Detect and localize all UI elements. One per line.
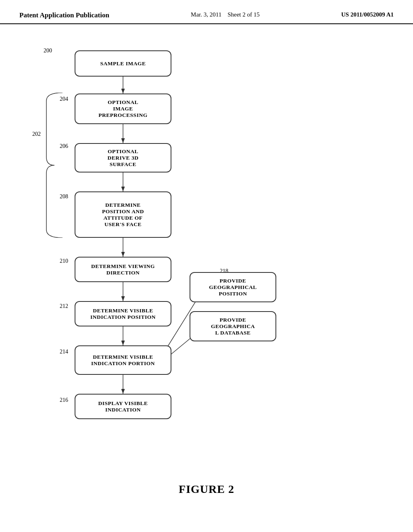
determine-visible-portion-box: DETERMINE VISIBLE INDICATION PORTION: [75, 345, 171, 375]
ref-216: 216: [60, 397, 68, 403]
display-visible-box: DISPLAY VISIBLE INDICATION: [75, 394, 171, 419]
ref-206: 206: [60, 143, 68, 150]
ref-214: 214: [60, 349, 68, 355]
optional-preprocessing-box: OPTIONAL IMAGE PREPROCESSING: [75, 94, 171, 124]
figure-caption: FIGURE 2: [179, 483, 234, 496]
ref-202: 202: [32, 131, 41, 137]
determine-viewing-box: DETERMINE VIEWING DIRECTION: [75, 257, 171, 282]
provide-geo-position-box: PROVIDE GEOGRAPHICAL POSITION: [190, 272, 276, 302]
provide-geo-database-box: PROVIDE GEOGRAPHICA L DATABASE: [190, 311, 276, 341]
ref-204: 204: [60, 96, 68, 102]
sample-image-box: SAMPLE IMAGE: [75, 50, 171, 77]
publication-label: Patent Application Publication: [19, 11, 109, 19]
determine-visible-pos-box: DETERMINE VISIBLE INDICATION POSITION: [75, 301, 171, 326]
ref-210: 210: [60, 258, 68, 264]
ref-208: 208: [60, 193, 68, 200]
ref-212: 212: [60, 303, 68, 310]
date-sheet-label: Mar. 3, 2011 Sheet 2 of 15: [191, 11, 260, 18]
sheet-label: Sheet 2 of 15: [227, 11, 260, 18]
patent-number-label: US 2011/0052009 A1: [341, 11, 394, 18]
date-label: Mar. 3, 2011: [191, 11, 221, 18]
determine-position-box: DETERMINE POSITION AND ATTITUDE OF USER'…: [75, 191, 171, 238]
bracket-202: [42, 93, 67, 238]
optional-3d-box: OPTIONAL DERIVE 3D SURFACE: [75, 143, 171, 172]
page-header: Patent Application Publication Mar. 3, 2…: [0, 0, 413, 24]
ref-200: 200: [44, 48, 52, 54]
diagram-area: 200 SAMPLE IMAGE 202 204 OPTIONAL IMAGE …: [0, 24, 413, 508]
